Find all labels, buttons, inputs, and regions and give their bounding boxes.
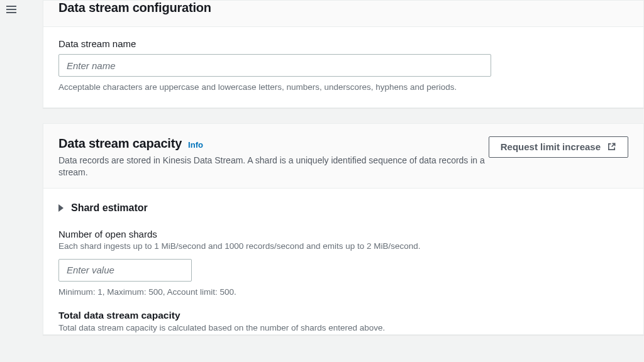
open-shards-helper: Each shard ingests up to 1 MiB/second an… bbox=[58, 241, 628, 253]
info-link[interactable]: Info bbox=[188, 140, 203, 150]
config-panel: Data stream configuration Data stream na… bbox=[43, 0, 644, 108]
open-shards-input[interactable] bbox=[58, 259, 192, 282]
shard-estimator-label: Shard estimator bbox=[71, 202, 148, 214]
menu-toggle-icon[interactable] bbox=[6, 4, 16, 15]
stream-name-helper: Acceptable characters are uppercase and … bbox=[58, 82, 628, 94]
capacity-description: Data records are stored in Kinesis Data … bbox=[58, 155, 489, 179]
capacity-panel-header: Data stream capacity Info Data records a… bbox=[43, 124, 643, 189]
open-shards-label: Number of open shards bbox=[58, 229, 628, 239]
total-capacity-title: Total data stream capacity bbox=[58, 310, 628, 321]
total-capacity-desc: Total data stream capacity is calculated… bbox=[58, 322, 628, 334]
config-panel-header: Data stream configuration bbox=[43, 1, 643, 27]
capacity-panel-title: Data stream capacity bbox=[58, 136, 182, 151]
external-link-icon bbox=[607, 142, 616, 151]
stream-name-input[interactable] bbox=[58, 54, 491, 77]
config-panel-title: Data stream configuration bbox=[58, 1, 628, 15]
chevron-right-icon bbox=[58, 204, 64, 212]
stream-name-label: Data stream name bbox=[58, 38, 628, 49]
request-limit-increase-label: Request limit increase bbox=[501, 141, 601, 152]
open-shards-limits: Minimum: 1, Maximum: 500, Account limit:… bbox=[58, 287, 628, 299]
capacity-panel: Data stream capacity Info Data records a… bbox=[43, 123, 644, 335]
request-limit-increase-button[interactable]: Request limit increase bbox=[489, 136, 628, 158]
shard-estimator-toggle[interactable]: Shard estimator bbox=[43, 189, 643, 220]
